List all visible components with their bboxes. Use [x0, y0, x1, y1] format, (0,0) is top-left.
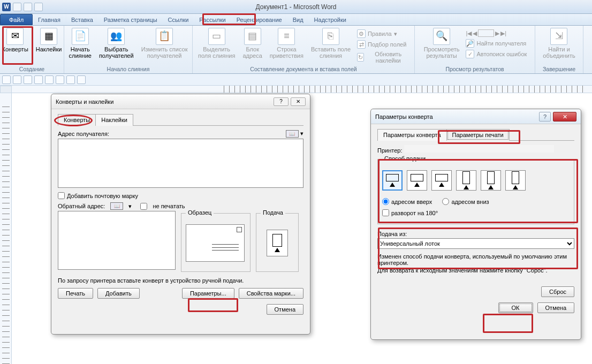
tab-references[interactable]: Ссылки — [163, 14, 194, 25]
changed-note: Изменен способ подачи конверта, использу… — [377, 253, 574, 266]
feed-title: Подача — [261, 209, 285, 216]
group-preview-label: Просмотр результатов — [445, 65, 504, 73]
dlg2-tab-envelope-params[interactable]: Параметры конверта — [377, 129, 447, 141]
tray-select[interactable]: Универсальный лоток — [377, 238, 574, 249]
tab-insert[interactable]: Вставка — [66, 14, 98, 25]
select-recipients-icon: 👥 — [108, 28, 125, 45]
feed-option-5[interactable] — [481, 170, 501, 191]
add-stamp-label: Добавить почтовую марку — [67, 193, 138, 199]
btn-stamp-props[interactable]: Свойства марки... — [239, 288, 303, 299]
ruler-vertical — [0, 93, 12, 364]
envelope-icon: ✉ — [6, 28, 24, 45]
qt-1[interactable] — [2, 75, 11, 84]
btn-select-recipients[interactable]: 👥 Выбрать получателей — [97, 27, 136, 60]
recipient-label: Адрес получателя: — [58, 131, 109, 137]
quick-toolbar — [0, 74, 592, 86]
insertfield-label: Вставить поле слияния — [311, 46, 351, 59]
tab-file[interactable]: Файл — [0, 14, 33, 25]
qt-4[interactable] — [34, 75, 43, 84]
sample-title: Образец — [186, 209, 214, 216]
tab-home[interactable]: Главная — [33, 14, 66, 25]
reset-note: Для возврата к исходным значениям нажмит… — [377, 267, 574, 274]
rotate-label: разворот на 180° — [391, 210, 438, 216]
btn-edit-recipients: 📋 Изменить список получателей — [139, 27, 190, 60]
btn-rules: ⚙Правила ▾ — [356, 29, 411, 39]
group-create-label: Создание — [19, 65, 44, 73]
feed-option-6[interactable] — [505, 170, 526, 191]
btn-cancel-dlg1[interactable]: Отмена — [267, 304, 303, 315]
tab-addins[interactable]: Надстройки — [309, 14, 352, 25]
update-label: Обновить наклейки — [366, 51, 410, 64]
title-bar: W Документ1 - Microsoft Word — [0, 0, 592, 14]
nav-buttons: |◀◀▶▶| — [465, 29, 528, 37]
btn-highlight-fields: ▭ Выделить поля слияния — [196, 27, 237, 60]
btn-finish: ⇲ Найти и объединить — [541, 27, 577, 60]
qt-6[interactable] — [56, 75, 64, 84]
recipient-address-input[interactable] — [58, 139, 303, 188]
btn-reset[interactable]: Сброс — [541, 286, 574, 297]
match-icon: ⇄ — [357, 40, 366, 49]
rules-icon: ⚙ — [357, 29, 366, 38]
select-recipients-label: Выбрать получателей — [99, 46, 134, 59]
qt-5[interactable] — [45, 75, 54, 84]
dlg2-tabs: Параметры конверта Параметры печати — [377, 128, 574, 141]
finish-icon: ⇲ — [550, 28, 567, 45]
group-finish-label: Завершение — [543, 65, 575, 73]
return-address-input[interactable] — [58, 211, 176, 270]
rotate-checkbox[interactable] — [382, 209, 389, 216]
dlg2-close-btn[interactable]: ✕ — [553, 112, 576, 122]
feed-option-3[interactable] — [431, 170, 452, 191]
qt-2[interactable] — [13, 75, 21, 84]
btn-print[interactable]: Печать — [58, 288, 93, 299]
btn-params[interactable]: Параметры... — [182, 288, 234, 299]
dlg1-tabs: Конверты Наклейки — [58, 113, 303, 126]
feed-option-4[interactable] — [456, 170, 476, 191]
btn-labels[interactable]: ▦ Наклейки — [34, 27, 64, 54]
btn-add[interactable]: Добавить — [97, 288, 140, 299]
addressbook-icon-2[interactable]: 📖 — [110, 202, 123, 210]
dlg1-tab-envelopes[interactable]: Конверты — [58, 114, 96, 126]
btn-find-recipient: 🔎Найти получателя — [465, 39, 528, 48]
rules-label: Правила — [368, 31, 392, 37]
qt-7[interactable] — [66, 75, 75, 84]
dlg1-close-btn[interactable]: ✕ — [291, 97, 306, 106]
no-print-checkbox[interactable] — [140, 203, 147, 210]
btn-cancel-dlg2[interactable]: Отмена — [537, 302, 574, 313]
printer-label: Принтер: — [377, 147, 402, 154]
btn-envelopes[interactable]: ✉ Конверты — [0, 27, 31, 54]
radio-address-up[interactable] — [382, 198, 389, 205]
qat-undo[interactable] — [24, 3, 32, 11]
feed-option-1[interactable] — [382, 170, 403, 191]
dlg2-help-btn[interactable]: ? — [539, 112, 551, 122]
tab-review[interactable]: Рецензирование — [231, 14, 287, 25]
btn-ok[interactable]: ОК — [498, 302, 533, 313]
group-start-label: Начало слияния — [107, 65, 150, 73]
dlg2-tab-print-params[interactable]: Параметры печати — [446, 129, 510, 141]
tab-mailings[interactable]: Рассылки — [194, 14, 231, 25]
feed-option-2[interactable] — [407, 170, 427, 191]
btn-update-labels: ↻Обновить наклейки — [356, 50, 411, 64]
update-icon: ↻ — [357, 53, 364, 62]
dlg1-help-btn[interactable]: ? — [274, 97, 289, 106]
feed-method-title: Способ подачи — [382, 155, 428, 162]
labels-icon: ▦ — [40, 28, 57, 45]
dlg1-titlebar[interactable]: Конверты и наклейки ? ✕ — [51, 94, 310, 109]
dlg2-titlebar[interactable]: Параметры конверта ? ✕ — [371, 109, 581, 124]
start-merge-label: Начать слияние — [69, 46, 92, 59]
qt-3[interactable] — [24, 75, 32, 84]
dlg1-tab-labels[interactable]: Наклейки — [95, 114, 133, 126]
dialog-envelopes-labels: Конверты и наклейки ? ✕ Конверты Наклейк… — [51, 94, 310, 335]
tab-view[interactable]: Вид — [287, 14, 309, 25]
check-icon: ✓ — [466, 50, 474, 58]
addressbook-icon[interactable]: 📖 — [286, 130, 299, 138]
add-stamp-checkbox[interactable] — [58, 192, 65, 199]
btn-match: ⇄Подбор полей — [356, 40, 411, 49]
qat-redo[interactable] — [34, 3, 43, 11]
qt-8[interactable] — [77, 75, 86, 84]
match-label: Подбор полей — [368, 41, 406, 48]
qat-save[interactable] — [13, 3, 21, 11]
tab-layout[interactable]: Разметка страницы — [98, 14, 163, 25]
btn-start-merge[interactable]: 📄 Начать слияние — [67, 27, 94, 60]
radio-address-down[interactable] — [442, 198, 449, 205]
address-up-label: адресом вверх — [391, 199, 432, 205]
